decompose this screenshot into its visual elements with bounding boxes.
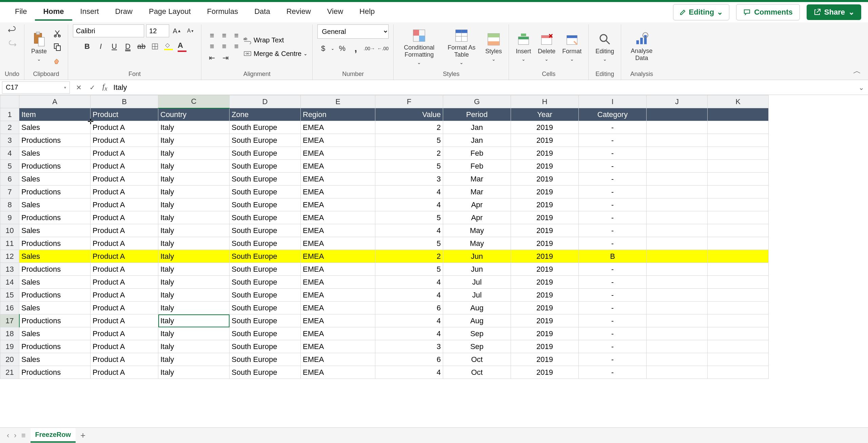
column-header-A[interactable]: A [19, 95, 91, 108]
cell[interactable]: South Europe [230, 198, 301, 211]
cell[interactable]: - [579, 147, 647, 160]
cell[interactable]: Product A [91, 211, 158, 224]
strikethrough-button[interactable]: ab [136, 41, 147, 52]
cell[interactable] [708, 263, 769, 276]
cell[interactable]: 2019 [511, 134, 579, 147]
cell[interactable] [647, 314, 708, 327]
cell[interactable] [647, 276, 708, 289]
row-header[interactable]: 1 [0, 108, 19, 121]
cell[interactable]: - [579, 160, 647, 173]
row-header[interactable]: 13 [0, 263, 19, 276]
spreadsheet-grid[interactable]: ABCDEFGHIJK1ItemProductCountryZoneRegion… [0, 95, 868, 427]
cell[interactable]: - [579, 302, 647, 314]
cell[interactable]: Feb [443, 160, 511, 173]
select-all-corner[interactable] [0, 95, 19, 108]
cell[interactable]: South Europe [230, 340, 301, 353]
align-center-button[interactable]: ≡ [218, 41, 230, 52]
cell[interactable]: Productions [19, 263, 91, 276]
cell[interactable]: Product A [91, 198, 158, 211]
row-header[interactable]: 3 [0, 134, 19, 147]
analyse-data-button[interactable]: Analyse Data [626, 31, 657, 63]
menu-tab-review[interactable]: Review [278, 4, 319, 21]
cell[interactable]: EMEA [301, 340, 375, 353]
row-header[interactable]: 14 [0, 276, 19, 289]
column-header-C[interactable]: C [158, 95, 230, 108]
font-name-select[interactable] [73, 24, 144, 37]
row-header[interactable]: 2 [0, 121, 19, 134]
cell[interactable]: Italy [158, 327, 230, 340]
menu-tab-formulas[interactable]: Formulas [199, 4, 246, 21]
cell[interactable] [708, 211, 769, 224]
insert-cells-button[interactable]: Insert ⌄ [514, 31, 533, 63]
cell[interactable]: Italy [158, 211, 230, 224]
cell[interactable]: Item [19, 108, 91, 121]
editing-mode-button[interactable]: Editing ⌄ [673, 4, 730, 20]
menu-tab-help[interactable]: Help [351, 4, 383, 21]
share-button[interactable]: Share ⌄ [807, 4, 861, 20]
cell[interactable]: Italy [158, 121, 230, 134]
cell[interactable]: Category [579, 108, 647, 121]
formula-input[interactable]: Italy [111, 83, 854, 92]
cell[interactable]: Productions [19, 186, 91, 198]
cell[interactable]: Product A [91, 263, 158, 276]
cell[interactable]: Italy [158, 147, 230, 160]
cell[interactable]: South Europe [230, 302, 301, 314]
cell[interactable] [647, 121, 708, 134]
cell[interactable] [647, 186, 708, 198]
expand-formula-bar-button[interactable]: ⌄ [854, 83, 868, 92]
font-size-select[interactable] [146, 24, 169, 37]
cell[interactable]: South Europe [230, 160, 301, 173]
cell[interactable]: Italy [158, 340, 230, 353]
cell[interactable]: 2019 [511, 289, 579, 302]
cell[interactable]: South Europe [230, 147, 301, 160]
cell[interactable]: Productions [19, 134, 91, 147]
cell[interactable]: Jul [443, 276, 511, 289]
cell[interactable] [708, 276, 769, 289]
cell[interactable] [708, 289, 769, 302]
cell[interactable]: South Europe [230, 173, 301, 186]
increase-font-button[interactable]: A▲ [171, 25, 183, 37]
cell[interactable]: EMEA [301, 211, 375, 224]
cell[interactable]: 4 [375, 314, 443, 327]
fill-color-button[interactable] [163, 41, 174, 52]
cut-button[interactable] [52, 27, 63, 39]
cell[interactable]: Product A [91, 121, 158, 134]
menu-tab-insert[interactable]: Insert [72, 4, 107, 21]
cell[interactable]: South Europe [230, 353, 301, 366]
row-header[interactable]: 15 [0, 289, 19, 302]
decrease-font-button[interactable]: A▼ [185, 25, 196, 37]
cell[interactable]: EMEA [301, 160, 375, 173]
cell[interactable] [708, 173, 769, 186]
cell[interactable]: 2019 [511, 353, 579, 366]
cell[interactable]: South Europe [230, 263, 301, 276]
cell[interactable]: May [443, 224, 511, 237]
row-header[interactable]: 6 [0, 173, 19, 186]
cell[interactable]: South Europe [230, 211, 301, 224]
cell[interactable]: EMEA [301, 250, 375, 263]
cell[interactable]: Italy [158, 134, 230, 147]
cell[interactable]: Sep [443, 340, 511, 353]
cell[interactable]: Italy [158, 353, 230, 366]
double-underline-button[interactable]: D [122, 41, 134, 52]
cell[interactable]: South Europe [230, 289, 301, 302]
cell[interactable] [708, 340, 769, 353]
comma-format-button[interactable]: , [350, 43, 361, 54]
row-header[interactable]: 18 [0, 327, 19, 340]
name-box[interactable]: C17 ▾ [2, 81, 70, 94]
cell[interactable]: South Europe [230, 250, 301, 263]
cell[interactable]: Sales [19, 353, 91, 366]
cell[interactable]: 4 [375, 198, 443, 211]
row-header[interactable]: 11 [0, 237, 19, 250]
cell[interactable]: Oct [443, 366, 511, 379]
row-header[interactable]: 21 [0, 366, 19, 379]
cell[interactable]: - [579, 263, 647, 276]
cell[interactable]: Productions [19, 314, 91, 327]
paste-button[interactable]: Paste ⌄ [29, 31, 49, 63]
number-format-select[interactable]: General [317, 24, 389, 39]
underline-button[interactable]: U [108, 41, 120, 52]
cell[interactable]: EMEA [301, 302, 375, 314]
merge-center-button[interactable]: Merge & Centre ⌄ [243, 50, 308, 58]
cell[interactable]: EMEA [301, 186, 375, 198]
cell[interactable]: Product A [91, 276, 158, 289]
cell[interactable]: Sales [19, 250, 91, 263]
